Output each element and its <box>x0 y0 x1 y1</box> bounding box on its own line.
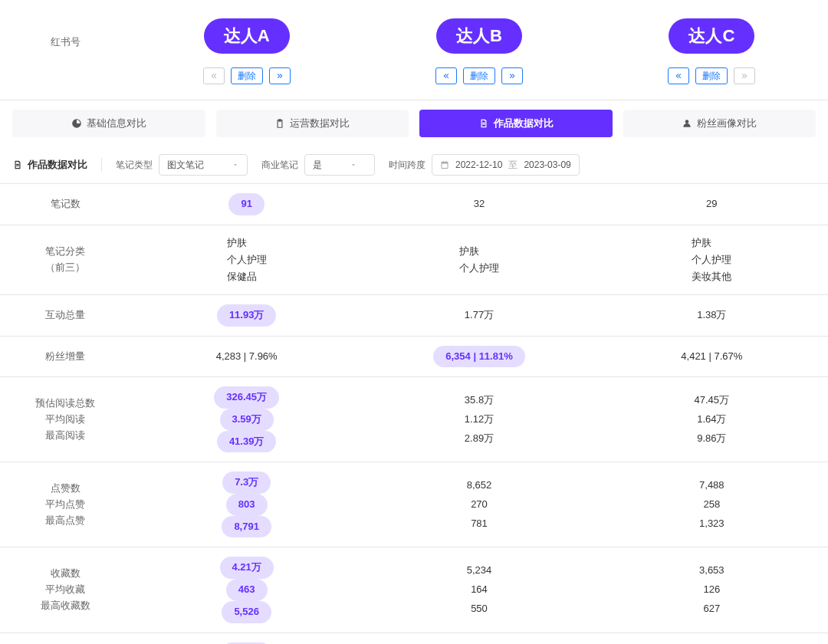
influencer-column: 达人B 删除 <box>363 0 595 100</box>
metric-value: 463 <box>226 579 268 601</box>
metric-value: 32 <box>474 195 485 214</box>
prev-button <box>203 67 225 84</box>
row-label: 预估阅读总数平均阅读最高阅读 <box>0 377 130 462</box>
row-label: 收藏数平均收藏最高收藏数 <box>0 547 130 632</box>
metric-value: 6,354 | 11.81% <box>433 346 524 368</box>
data-cell: 8,652270781 <box>363 462 595 547</box>
tab-bar: 基础信息对比运营数据对比作品数据对比粉丝画像对比 <box>0 100 828 146</box>
filter-date: 时间跨度 2022-12-10 至 2023-03-09 <box>389 154 580 176</box>
table-row: 笔记数913229 <box>0 184 828 225</box>
prev-button[interactable] <box>668 67 689 84</box>
chevron-double-right-icon <box>740 71 749 80</box>
data-cell: 3,849120214 <box>363 633 595 644</box>
category-list: 护肤个人护理美妆其他 <box>692 235 731 285</box>
metric-value: 5,234 <box>467 561 492 580</box>
metric-value: 550 <box>471 600 488 619</box>
calendar-icon <box>440 160 449 169</box>
metric-value: 326.45万 <box>214 386 279 409</box>
section-title: 作品数据对比 <box>12 158 87 172</box>
filter-bar: 作品数据对比 笔记类型 图文笔记 商业笔记 是 时间跨度 2022-12-10 … <box>0 146 828 184</box>
chevron-down-icon <box>232 161 239 169</box>
metric-value: 8,791 <box>222 516 271 538</box>
category-list: 护肤个人护理 <box>459 243 499 277</box>
data-cell: 4,21046311 <box>130 633 363 644</box>
row-label: 评论数平均评论最高评论数 <box>0 633 130 644</box>
data-cell: 32 <box>363 184 595 225</box>
chevron-double-left-icon <box>209 71 219 80</box>
clipboard-icon <box>274 118 285 129</box>
metric-value: 4.21万 <box>220 557 274 579</box>
data-cell: 29 <box>596 184 828 225</box>
tab-document[interactable]: 作品数据对比 <box>419 110 613 137</box>
filter-biz: 商业笔记 是 <box>261 154 375 176</box>
chevron-double-right-icon <box>275 71 284 80</box>
metric-value: 126 <box>703 580 720 600</box>
data-cell: 35.8万1.12万2.89万 <box>363 377 595 462</box>
tab-label: 基础信息对比 <box>87 117 146 130</box>
metric-value: 29 <box>706 195 717 214</box>
delete-button[interactable]: 删除 <box>231 67 263 84</box>
tab-clipboard[interactable]: 运营数据对比 <box>216 110 409 137</box>
date-range-picker[interactable]: 2022-12-10 至 2023-03-09 <box>432 154 580 176</box>
biz-select[interactable]: 是 <box>304 154 375 176</box>
metric-value: 5,526 <box>222 601 271 623</box>
next-button[interactable] <box>269 67 291 84</box>
metric-value: 627 <box>703 600 720 619</box>
data-cell: 2,65391463 <box>596 633 828 644</box>
tab-dashboard[interactable]: 基础信息对比 <box>12 110 205 137</box>
row-label: 笔记分类（前三） <box>0 225 130 294</box>
metric-value: 9.86万 <box>697 429 726 449</box>
influencer-column: 达人A 删除 <box>130 0 363 100</box>
tab-label: 作品数据对比 <box>494 117 554 130</box>
note-type-select[interactable]: 图文笔记 <box>159 154 248 176</box>
data-cell: 7,4882581,323 <box>596 462 828 547</box>
metric-value: 2.89万 <box>465 429 494 449</box>
next-button <box>734 67 755 84</box>
table-row: 互动总量11.93万1.77万1.38万 <box>0 295 828 337</box>
tab-label: 粉丝画像对比 <box>697 117 757 130</box>
delete-button[interactable]: 删除 <box>695 67 728 84</box>
row-label: 点赞数平均点赞最高点赞 <box>0 462 130 547</box>
data-cell: 1.38万 <box>596 295 828 336</box>
metric-value: 4,421 | 7.67% <box>681 347 742 366</box>
table-row: 笔记分类（前三）护肤个人护理保健品护肤个人护理护肤个人护理美妆其他 <box>0 225 828 295</box>
filter-note-type: 笔记类型 图文笔记 <box>116 154 248 176</box>
metric-value: 7.3万 <box>222 472 271 494</box>
document-icon <box>478 118 489 129</box>
chevron-down-icon <box>350 161 357 169</box>
prev-button[interactable] <box>435 67 457 84</box>
metric-value: 1.12万 <box>465 410 494 429</box>
dashboard-icon <box>71 118 82 129</box>
metric-value: 1.38万 <box>697 306 726 325</box>
metric-value: 4,283 | 7.96% <box>216 347 278 366</box>
data-cell: 4.21万4635,526 <box>130 547 363 632</box>
table-row: 预估阅读总数平均阅读最高阅读326.45万3.59万41.39万35.8万1.1… <box>0 377 828 462</box>
metric-value: 781 <box>471 514 488 534</box>
data-cell: 护肤个人护理美妆其他 <box>596 225 828 294</box>
filter-label: 笔记类型 <box>116 159 153 172</box>
data-cell: 6,354 | 11.81% <box>363 337 595 377</box>
metric-value: 91 <box>228 193 264 215</box>
metric-value: 1.77万 <box>465 306 494 325</box>
metric-value: 803 <box>226 494 268 516</box>
table-row: 点赞数平均点赞最高点赞7.3万8038,7918,6522707817,4882… <box>0 462 828 547</box>
metric-value: 11.93万 <box>217 304 277 327</box>
data-cell: 3,653126627 <box>596 547 828 632</box>
metric-value: 7,488 <box>699 476 724 495</box>
next-button[interactable] <box>501 67 523 84</box>
metric-value: 3,653 <box>699 561 724 580</box>
header-label: 红书号 <box>0 0 130 100</box>
metric-value: 35.8万 <box>465 391 494 410</box>
filter-label: 时间跨度 <box>389 159 426 172</box>
data-cell: 5,234164550 <box>363 547 595 632</box>
data-cell: 4,283 | 7.96% <box>130 337 363 377</box>
tab-user[interactable]: 粉丝画像对比 <box>623 110 816 137</box>
data-cell: 4,421 | 7.67% <box>596 337 828 377</box>
metric-value: 258 <box>703 495 720 514</box>
metric-value: 8,652 <box>467 476 492 495</box>
delete-button[interactable]: 删除 <box>463 67 495 84</box>
metric-value: 1,323 <box>699 514 724 534</box>
row-label: 粉丝增量 <box>0 337 130 377</box>
comparison-header: 红书号 达人A 删除 达人B 删除 达人C 删除 <box>0 0 828 100</box>
metric-value: 164 <box>471 580 488 600</box>
